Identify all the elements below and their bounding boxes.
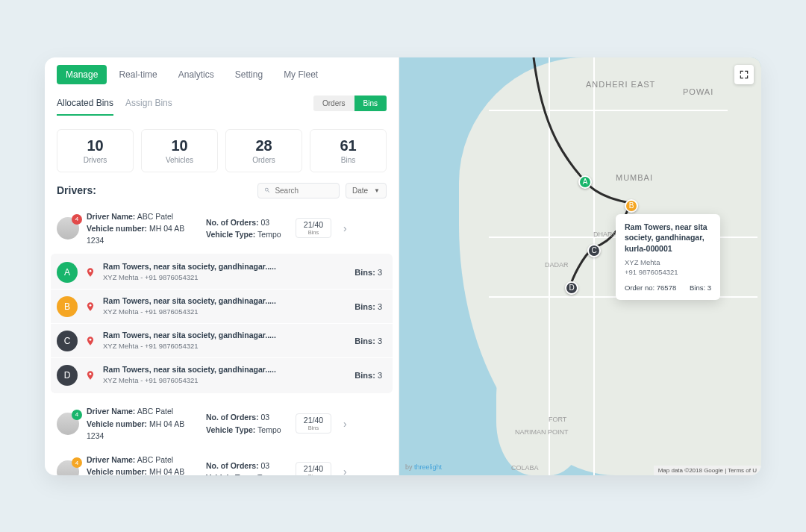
subtabs: Allocated Bins Assign Bins bbox=[57, 92, 172, 116]
svg-point-2 bbox=[90, 339, 92, 341]
stop-text: Ram Towers, near sita society, gandhinag… bbox=[103, 261, 347, 283]
popup-title: Ram Towers, near sita society, gandhinag… bbox=[625, 222, 711, 254]
search-input[interactable] bbox=[275, 187, 333, 195]
bins-box: 21/40 Bins bbox=[296, 218, 331, 238]
driver-row[interactable]: 4 Driver Name: ABC Patel Vehicle number:… bbox=[51, 448, 393, 475]
stop-text: Ram Towers, near sita society, gandhinag… bbox=[103, 364, 347, 386]
driver-row[interactable]: 4 Driver Name: ABC Patel Vehicle number:… bbox=[51, 204, 393, 253]
stat-drivers: 10 Drivers bbox=[57, 129, 134, 172]
map-panel[interactable]: ANDHERI EAST POWAI MUMBAI DHARAVI DADAR … bbox=[399, 57, 761, 475]
avatar: 4 bbox=[57, 413, 79, 435]
drivers-title: Drivers: bbox=[57, 184, 96, 196]
toggle-bins[interactable]: Bins bbox=[354, 96, 387, 111]
popup-row: Order no: 76578 Bins: 3 bbox=[625, 283, 711, 292]
app-window: Manage Real-time Analytics Setting My Fl… bbox=[45, 57, 761, 475]
bins-box: 21/40 Bins bbox=[296, 413, 331, 434]
nav-realtime[interactable]: Real-time bbox=[110, 65, 166, 84]
map-attrib: Map data ©2018 Google | Terms of U bbox=[654, 466, 761, 475]
badge-count: 4 bbox=[72, 457, 82, 468]
chevron-right-icon[interactable]: › bbox=[343, 418, 347, 430]
map-pin-c[interactable]: C bbox=[587, 244, 601, 257]
stop-marker-d: D bbox=[57, 365, 78, 386]
area-label: FORT bbox=[549, 416, 566, 423]
stop-bins: Bins: 3 bbox=[354, 302, 382, 311]
map-pin-d[interactable]: D bbox=[565, 281, 578, 295]
search-box[interactable] bbox=[257, 183, 340, 198]
city-label: POWAI bbox=[683, 87, 713, 96]
nav-analytics[interactable]: Analytics bbox=[169, 65, 223, 84]
bins-box: 21/40 Bins bbox=[296, 462, 331, 475]
badge-count: 4 bbox=[72, 214, 82, 225]
stat-drivers-value: 10 bbox=[60, 137, 130, 154]
map-credit: by threelight bbox=[405, 463, 442, 471]
main-nav: Manage Real-time Analytics Setting My Fl… bbox=[45, 57, 399, 92]
order-info: No. of Orders: 03 Vehicle Type: Tempo bbox=[206, 411, 288, 436]
date-label: Date bbox=[352, 187, 368, 195]
nav-manage[interactable]: Manage bbox=[57, 65, 107, 84]
map-canvas[interactable]: ANDHERI EAST POWAI MUMBAI DHARAVI DADAR … bbox=[399, 57, 761, 475]
pin-icon bbox=[85, 369, 96, 382]
driver-info: Driver Name: ABC Patel Vehicle number: M… bbox=[87, 454, 199, 475]
stat-vehicles-value: 10 bbox=[145, 137, 214, 154]
stat-orders-value: 28 bbox=[229, 137, 299, 154]
stat-bins-label: Bins bbox=[313, 156, 383, 164]
sub-nav: Allocated Bins Assign Bins Orders Bins bbox=[45, 92, 399, 122]
stop-bins: Bins: 3 bbox=[354, 371, 382, 380]
driver-info: Driver Name: ABC Patel Vehicle number: M… bbox=[87, 405, 199, 442]
drivers-controls: Date ▼ bbox=[257, 183, 387, 198]
city-label: MUMBAI bbox=[616, 173, 653, 182]
map-popup: Ram Towers, near sita society, gandhinag… bbox=[616, 214, 720, 301]
stop-text: Ram Towers, near sita society, gandhinag… bbox=[103, 295, 347, 317]
driver-info: Driver Name: ABC Patel Vehicle number: M… bbox=[87, 210, 199, 247]
stop-marker-b: B bbox=[57, 296, 78, 317]
svg-point-3 bbox=[90, 373, 92, 375]
nav-setting[interactable]: Setting bbox=[226, 65, 272, 84]
tab-assign-bins[interactable]: Assign Bins bbox=[125, 92, 172, 116]
stop-bins: Bins: 3 bbox=[354, 268, 382, 277]
chevron-right-icon[interactable]: › bbox=[343, 466, 347, 475]
stop-marker-a: A bbox=[57, 262, 78, 283]
toggle-orders[interactable]: Orders bbox=[313, 96, 354, 111]
stat-bins: 61 Bins bbox=[310, 129, 387, 172]
stop-row[interactable]: C Ram Towers, near sita society, gandhin… bbox=[51, 323, 393, 357]
stops-group: A Ram Towers, near sita society, gandhin… bbox=[51, 254, 393, 393]
date-select[interactable]: Date ▼ bbox=[346, 183, 387, 198]
badge-count: 4 bbox=[72, 410, 82, 420]
pin-icon bbox=[85, 334, 96, 348]
bins-word: Bins bbox=[302, 229, 325, 236]
map-pin-a[interactable]: A bbox=[578, 175, 592, 189]
expand-map-button[interactable] bbox=[734, 65, 754, 84]
stat-drivers-label: Drivers bbox=[60, 156, 130, 164]
stop-row[interactable]: D Ram Towers, near sita society, gandhin… bbox=[51, 357, 393, 392]
search-icon bbox=[264, 187, 270, 194]
stat-orders-label: Orders bbox=[229, 156, 299, 164]
popup-contact: XYZ Mehta+91 9876054321 bbox=[625, 257, 711, 278]
order-info: No. of Orders: 03 Vehicle Type: Tempo bbox=[206, 460, 288, 475]
stats-row: 10 Drivers 10 Vehicles 28 Orders 61 Bins bbox=[45, 122, 399, 180]
pin-icon bbox=[85, 266, 96, 279]
left-panel: Manage Real-time Analytics Setting My Fl… bbox=[45, 57, 399, 475]
stop-row[interactable]: A Ram Towers, near sita society, gandhin… bbox=[51, 255, 393, 289]
drivers-list[interactable]: 4 Driver Name: ABC Patel Vehicle number:… bbox=[45, 204, 399, 475]
chevron-down-icon: ▼ bbox=[374, 187, 380, 194]
nav-myfleet[interactable]: My Fleet bbox=[275, 65, 327, 84]
stop-marker-c: C bbox=[57, 331, 78, 351]
stat-bins-value: 61 bbox=[313, 137, 383, 154]
orders-bins-toggle[interactable]: Orders Bins bbox=[313, 96, 387, 111]
driver-row[interactable]: 4 Driver Name: ABC Patel Vehicle number:… bbox=[51, 399, 393, 448]
bins-ratio: 21/40 bbox=[302, 220, 325, 229]
area-label: COLABA bbox=[511, 464, 539, 472]
avatar: 4 bbox=[57, 460, 79, 475]
chevron-right-icon[interactable]: › bbox=[343, 222, 347, 234]
svg-point-1 bbox=[90, 304, 92, 307]
map-pin-b[interactable]: B bbox=[625, 199, 638, 213]
stop-row[interactable]: B Ram Towers, near sita society, gandhin… bbox=[51, 289, 393, 323]
stat-vehicles: 10 Vehicles bbox=[141, 129, 218, 172]
expand-icon bbox=[739, 69, 749, 80]
drivers-header: Drivers: Date ▼ bbox=[45, 180, 399, 204]
order-info: No. of Orders: 03 Vehicle Type: Tempo bbox=[206, 216, 288, 241]
tab-allocated-bins[interactable]: Allocated Bins bbox=[57, 92, 113, 116]
stat-orders: 28 Orders bbox=[225, 129, 302, 172]
stat-vehicles-label: Vehicles bbox=[145, 156, 214, 164]
area-label: NARIMAN POINT bbox=[515, 428, 569, 436]
